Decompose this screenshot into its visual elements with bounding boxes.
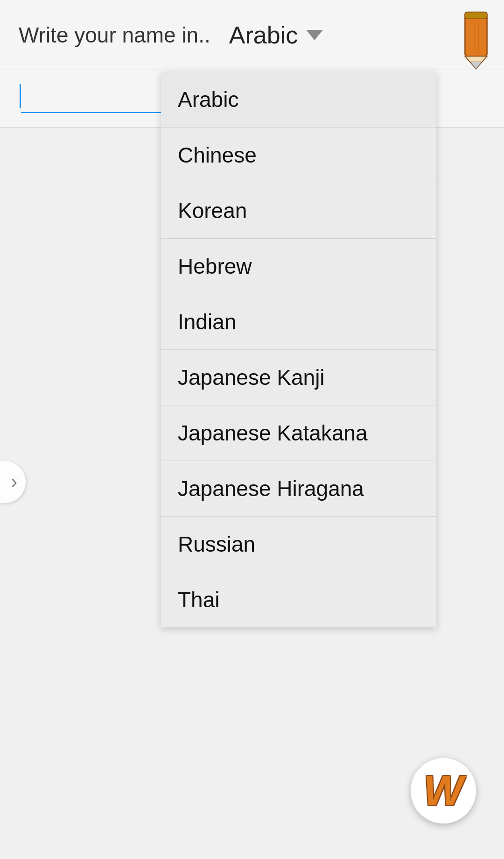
dropdown-item-japanese-kanji[interactable]: Japanese Kanji xyxy=(161,350,436,405)
dropdown-item-hebrew[interactable]: Hebrew xyxy=(161,239,436,294)
chevron-down-icon xyxy=(306,30,323,40)
top-bar: Write your name in.. Arabic xyxy=(0,0,504,70)
write-label: Write your name in.. xyxy=(19,22,210,48)
selected-language-label: Arabic xyxy=(229,21,298,49)
pencil-icon xyxy=(457,9,495,72)
dropdown-item-russian[interactable]: Russian xyxy=(161,517,436,572)
dropdown-item-chinese[interactable]: Chinese xyxy=(161,128,436,183)
dropdown-item-arabic[interactable]: Arabic xyxy=(161,72,436,128)
fab-w-letter: W xyxy=(424,767,463,815)
next-chevron-button[interactable]: › xyxy=(0,461,26,503)
svg-rect-1 xyxy=(465,12,487,19)
dropdown-item-japanese-katakana[interactable]: Japanese Katakana xyxy=(161,405,436,461)
language-dropdown-trigger[interactable]: Arabic xyxy=(229,21,323,49)
dropdown-item-korean[interactable]: Korean xyxy=(161,183,436,239)
main-content: › Arabic Chinese Korean Hebrew Indian Ja… xyxy=(0,128,504,859)
dropdown-item-indian[interactable]: Indian xyxy=(161,294,436,350)
svg-marker-3 xyxy=(470,62,482,69)
dropdown-item-japanese-hiragana[interactable]: Japanese Hiragana xyxy=(161,461,436,517)
chevron-right-icon: › xyxy=(11,471,17,492)
language-dropdown-menu: Arabic Chinese Korean Hebrew Indian Japa… xyxy=(161,72,436,627)
dropdown-item-thai[interactable]: Thai xyxy=(161,572,436,627)
fab-button[interactable]: W xyxy=(411,758,476,824)
